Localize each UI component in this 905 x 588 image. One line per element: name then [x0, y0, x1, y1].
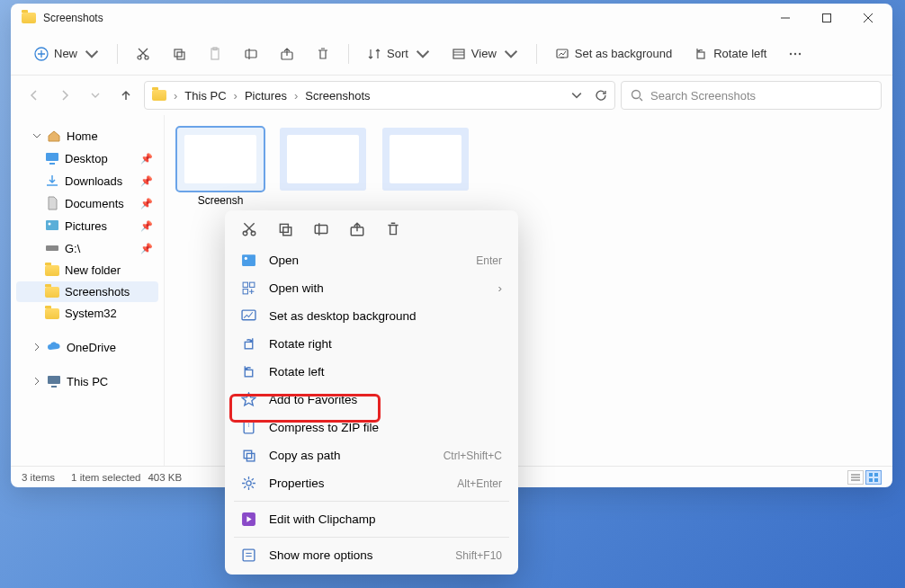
copy-button[interactable] — [163, 41, 195, 67]
breadcrumb-screenshots[interactable]: Screenshots — [305, 89, 370, 102]
thumbnails-view-button[interactable] — [865, 470, 882, 485]
paste-button[interactable] — [199, 41, 231, 67]
new-button[interactable]: New — [25, 41, 108, 67]
ctx-shortcut: Shift+F10 — [455, 549, 502, 562]
close-button[interactable] — [847, 4, 889, 32]
cut-icon[interactable] — [241, 221, 257, 237]
ctx-open[interactable]: Open Enter — [225, 246, 518, 274]
thumbnail — [280, 128, 366, 191]
breadcrumb-pictures[interactable]: Pictures — [245, 89, 287, 102]
more-button[interactable] — [779, 41, 811, 67]
file-item[interactable] — [280, 128, 366, 191]
ctx-properties[interactable]: Properties Alt+Enter — [225, 469, 518, 497]
sidebar-item-home[interactable]: Home — [16, 125, 158, 147]
copy-icon[interactable] — [277, 221, 293, 237]
forward-button[interactable] — [52, 83, 77, 108]
view-button[interactable]: View — [443, 41, 527, 67]
documents-icon — [45, 196, 59, 210]
recent-button[interactable] — [83, 83, 108, 108]
ctx-label: Rotate right — [269, 337, 332, 351]
pictures-icon — [45, 218, 59, 233]
context-quick-actions — [225, 216, 518, 246]
ctx-add-favorites[interactable]: Add to Favorites — [225, 386, 518, 414]
delete-button[interactable] — [307, 41, 339, 67]
sidebar: Home Desktop📌 Downloads📌 Documents📌 Pict… — [11, 115, 164, 466]
svg-rect-47 — [280, 224, 288, 232]
ctx-label: Rotate left — [269, 365, 325, 379]
refresh-icon[interactable] — [595, 89, 607, 102]
sidebar-label: New folder — [65, 263, 121, 277]
svg-rect-57 — [242, 310, 255, 320]
more-options-icon — [241, 548, 256, 563]
sidebar-item-newfolder[interactable]: New folder — [16, 260, 158, 281]
share-button[interactable] — [271, 41, 303, 67]
ctx-open-with[interactable]: Open with › — [225, 274, 518, 302]
separator — [348, 44, 349, 64]
maximize-button[interactable] — [806, 4, 847, 32]
ctx-label: Show more options — [269, 548, 373, 562]
sidebar-item-onedrive[interactable]: OneDrive — [16, 336, 158, 358]
sidebar-item-thispc[interactable]: This PC — [16, 370, 158, 392]
svg-point-24 — [790, 52, 792, 54]
share-icon[interactable] — [349, 221, 365, 237]
file-item[interactable] — [382, 128, 469, 191]
folder-icon — [45, 287, 59, 298]
ctx-set-background[interactable]: Set as desktop background — [225, 302, 518, 330]
svg-rect-1 — [823, 14, 831, 22]
rename-button[interactable] — [235, 41, 267, 67]
svg-rect-42 — [874, 478, 878, 482]
sidebar-item-screenshots[interactable]: Screenshots — [16, 281, 158, 302]
ctx-compress-zip[interactable]: Compress to ZIP file — [225, 414, 518, 441]
ctx-rotate-left[interactable]: Rotate left — [225, 358, 518, 386]
ctx-rotate-right[interactable]: Rotate right — [225, 330, 518, 358]
sidebar-item-desktop[interactable]: Desktop📌 — [16, 147, 158, 169]
star-icon — [241, 392, 256, 407]
sidebar-label: Desktop — [65, 152, 108, 165]
view-label: View — [471, 47, 497, 60]
home-icon — [47, 129, 61, 143]
breadcrumb-root[interactable]: This PC — [184, 89, 226, 102]
sidebar-item-documents[interactable]: Documents📌 — [16, 192, 158, 214]
search-box[interactable]: Search Screenshots — [621, 81, 882, 110]
details-view-button[interactable] — [847, 470, 864, 485]
sidebar-label: OneDrive — [67, 341, 116, 354]
cut-button[interactable] — [127, 41, 159, 67]
svg-rect-66 — [243, 549, 255, 561]
ctx-copy-path[interactable]: Copy as path Ctrl+Shift+C — [225, 441, 518, 469]
ctx-clipchamp[interactable]: Edit with Clipchamp — [225, 505, 518, 533]
chevron-right-icon: › — [234, 89, 237, 102]
ctx-label: Set as desktop background — [269, 309, 417, 323]
set-bg-label: Set as background — [575, 47, 672, 60]
svg-point-64 — [246, 481, 251, 486]
pin-icon: 📌 — [140, 198, 153, 209]
sidebar-item-downloads[interactable]: Downloads📌 — [16, 170, 158, 192]
desktop-icon — [45, 151, 59, 165]
nav-row: › This PC › Pictures › Screenshots Searc… — [11, 76, 892, 115]
set-background-button[interactable]: Set as background — [546, 41, 681, 67]
address-bar[interactable]: › This PC › Pictures › Screenshots — [144, 81, 615, 110]
rotate-left-button[interactable]: Rotate left — [685, 41, 775, 67]
up-button[interactable] — [113, 83, 139, 108]
minimize-button[interactable] — [765, 4, 806, 32]
ctx-label: Copy as path — [269, 449, 341, 462]
sidebar-item-system32[interactable]: System32 — [16, 303, 158, 324]
ctx-more-options[interactable]: Show more options Shift+F10 — [225, 541, 518, 569]
sort-button[interactable]: Sort — [358, 41, 439, 67]
window-title: Screenshots — [43, 12, 103, 24]
image-icon — [241, 253, 256, 268]
chevron-right-icon: › — [174, 89, 177, 102]
chevron-down-icon[interactable] — [571, 90, 582, 101]
back-button[interactable] — [22, 83, 47, 108]
svg-rect-49 — [315, 226, 327, 234]
ctx-label: Edit with Clipchamp — [269, 512, 376, 526]
file-item[interactable]: Screensh — [177, 128, 264, 207]
new-label: New — [54, 47, 77, 60]
sidebar-item-pictures[interactable]: Pictures📌 — [16, 215, 158, 236]
rename-icon[interactable] — [313, 221, 329, 237]
svg-rect-31 — [46, 220, 58, 230]
sidebar-item-gdrive[interactable]: G:\📌 — [16, 237, 158, 259]
sidebar-label: G:\ — [65, 242, 80, 255]
delete-icon[interactable] — [385, 221, 401, 237]
chevron-down-icon — [504, 47, 518, 61]
cloud-icon — [47, 340, 61, 354]
